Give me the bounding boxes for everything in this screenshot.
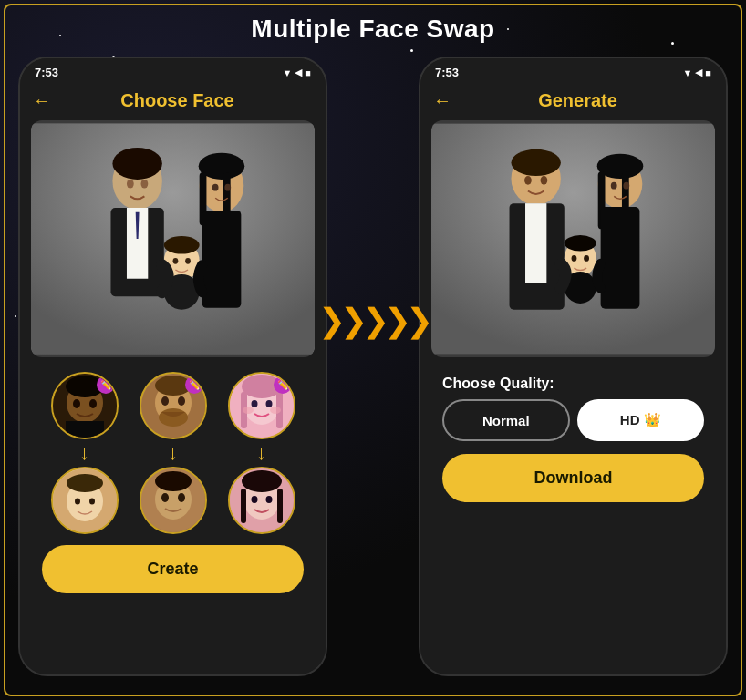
right-back-button[interactable]: ← bbox=[433, 90, 451, 111]
left-status-icons: ▼ ◀ ■ bbox=[282, 67, 311, 78]
create-button[interactable]: Create bbox=[42, 545, 304, 593]
svg-point-41 bbox=[161, 493, 169, 502]
right-battery-icon: ■ bbox=[705, 67, 711, 78]
phones-container: 7:53 ▼ ◀ ■ ← Choose Face bbox=[18, 57, 728, 676]
target-face-2 bbox=[140, 467, 207, 534]
svg-rect-56 bbox=[277, 489, 283, 523]
down-arrow-1: ↓ bbox=[79, 443, 89, 463]
svg-point-40 bbox=[155, 471, 192, 491]
svg-point-5 bbox=[141, 180, 149, 189]
down-arrow-2: ↓ bbox=[168, 443, 178, 463]
svg-point-74 bbox=[565, 235, 596, 251]
svg-point-61 bbox=[511, 149, 560, 176]
svg-point-51 bbox=[270, 407, 281, 414]
right-wifi-icon: ◀ bbox=[695, 67, 702, 78]
svg-point-49 bbox=[265, 400, 272, 407]
svg-point-76 bbox=[584, 255, 589, 262]
right-signal-icon: ▼ bbox=[682, 67, 692, 78]
left-time: 7:53 bbox=[35, 66, 58, 79]
svg-rect-65 bbox=[525, 203, 546, 283]
svg-point-75 bbox=[572, 255, 577, 262]
svg-point-62 bbox=[524, 176, 532, 185]
quality-section: Choose Quality: Normal HD 👑 bbox=[431, 368, 715, 447]
source-face-2[interactable]: ✏️ bbox=[140, 372, 207, 439]
source-face-3[interactable]: ✏️ bbox=[228, 372, 295, 439]
target-face-3 bbox=[228, 467, 295, 534]
svg-point-31 bbox=[89, 499, 95, 505]
svg-point-3 bbox=[112, 148, 161, 180]
download-button[interactable]: Download bbox=[442, 454, 704, 502]
face-pair-1: ✏️ ↓ bbox=[51, 372, 119, 534]
left-main-photo bbox=[31, 120, 315, 357]
left-header: ← Choose Face bbox=[20, 83, 326, 120]
edit-badge-1[interactable]: ✏️ bbox=[97, 376, 115, 394]
left-status-bar: 7:53 ▼ ◀ ■ bbox=[20, 58, 326, 83]
left-phone-body: ✏️ ↓ bbox=[20, 120, 326, 674]
svg-point-50 bbox=[243, 407, 254, 414]
svg-point-58 bbox=[265, 496, 272, 503]
family-photo-original bbox=[31, 120, 315, 357]
face-pair-3: ✏️ ↓ bbox=[228, 372, 295, 534]
svg-rect-72 bbox=[601, 207, 640, 309]
svg-rect-55 bbox=[241, 489, 246, 523]
wifi-icon: ◀ bbox=[295, 67, 302, 78]
edit-badge-3[interactable]: ✏️ bbox=[274, 376, 292, 394]
svg-point-24 bbox=[73, 399, 80, 408]
svg-point-42 bbox=[178, 493, 185, 502]
svg-point-57 bbox=[251, 496, 257, 503]
svg-point-36 bbox=[178, 396, 185, 406]
face-swap-pairs: ✏️ ↓ bbox=[31, 372, 315, 534]
svg-point-48 bbox=[251, 400, 257, 407]
face-pair-2: ✏️ ↓ bbox=[140, 372, 207, 534]
quality-buttons-row: Normal HD 👑 bbox=[442, 399, 704, 441]
svg-point-70 bbox=[611, 182, 617, 190]
transition-arrows: ❯❯❯❯❯ bbox=[318, 302, 428, 431]
signal-icon: ▼ bbox=[282, 67, 292, 78]
page-title: Multiple Face Swap bbox=[251, 15, 494, 44]
hd-quality-button[interactable]: HD 👑 bbox=[577, 399, 705, 441]
down-arrow-3: ↓ bbox=[256, 443, 266, 463]
left-phone: 7:53 ▼ ◀ ■ ← Choose Face bbox=[18, 57, 327, 676]
right-screen-title: Generate bbox=[461, 90, 695, 111]
svg-rect-15 bbox=[202, 211, 242, 308]
right-time: 7:53 bbox=[435, 66, 459, 79]
svg-point-13 bbox=[212, 184, 219, 191]
right-main-photo bbox=[431, 120, 715, 357]
right-status-bar: 7:53 ▼ ◀ ■ bbox=[420, 58, 726, 83]
svg-point-17 bbox=[164, 236, 200, 253]
svg-point-14 bbox=[224, 184, 231, 191]
source-face-1[interactable]: ✏️ bbox=[51, 372, 119, 439]
left-screen-title: Choose Face bbox=[60, 90, 295, 111]
svg-point-19 bbox=[185, 258, 191, 264]
svg-point-35 bbox=[161, 396, 169, 406]
svg-point-54 bbox=[242, 470, 282, 492]
svg-point-25 bbox=[89, 399, 97, 408]
svg-point-4 bbox=[127, 180, 134, 189]
svg-point-71 bbox=[623, 182, 629, 190]
edit-badge-2[interactable]: ✏️ bbox=[185, 376, 203, 394]
right-header: ← Generate bbox=[420, 83, 726, 120]
right-phone: 7:53 ▼ ◀ ■ ← Generate bbox=[419, 57, 728, 676]
battery-icon: ■ bbox=[305, 67, 311, 78]
family-photo-generated bbox=[431, 120, 715, 357]
svg-rect-26 bbox=[66, 421, 104, 438]
svg-point-37 bbox=[159, 408, 188, 427]
right-phone-body: Choose Quality: Normal HD 👑 Download bbox=[420, 120, 726, 674]
quality-label: Choose Quality: bbox=[442, 376, 704, 392]
normal-quality-button[interactable]: Normal bbox=[442, 399, 570, 441]
svg-point-18 bbox=[173, 258, 179, 264]
svg-point-30 bbox=[75, 499, 80, 505]
target-face-1 bbox=[51, 467, 119, 534]
right-status-icons: ▼ ◀ ■ bbox=[682, 67, 711, 78]
svg-point-63 bbox=[541, 176, 548, 185]
left-back-button[interactable]: ← bbox=[33, 90, 51, 111]
svg-point-29 bbox=[67, 474, 103, 492]
